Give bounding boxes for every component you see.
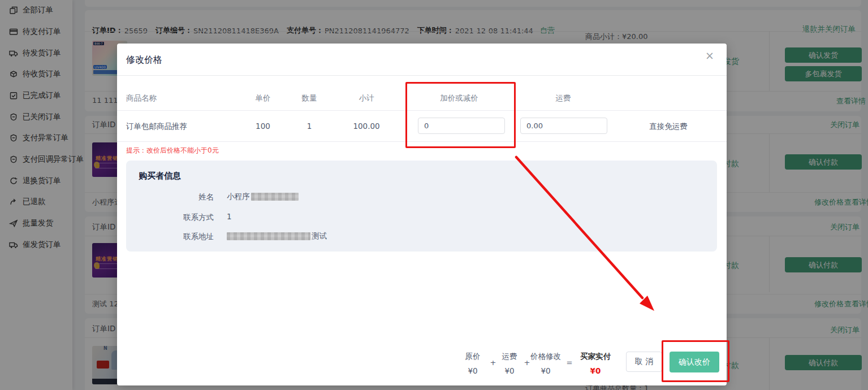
free-shipping-option[interactable]: 直接免运费 bbox=[649, 122, 688, 132]
col-header-product-name: 商品名称 bbox=[126, 93, 157, 103]
confirm-price-change-button[interactable]: 确认改价 bbox=[670, 352, 719, 372]
cell-qty: 1 bbox=[307, 122, 312, 131]
equals-sign: = bbox=[567, 358, 573, 367]
buyer-name-text: 小程序 bbox=[227, 192, 250, 202]
col-header-freight: 运费 bbox=[556, 93, 571, 103]
buyer-address-value: 测试 bbox=[227, 231, 327, 241]
summary-adjust-label: 价格修改 bbox=[526, 352, 565, 362]
summary-shipping: 运费¥0 bbox=[490, 352, 529, 375]
buyer-info-panel: 购买者信息 姓名 小程序 联系方式 1 联系地址 测试 bbox=[126, 161, 717, 252]
buyer-contact-label: 联系方式 bbox=[149, 213, 214, 223]
buyer-address-suffix: 测试 bbox=[312, 231, 327, 241]
freight-input[interactable] bbox=[520, 118, 607, 134]
buyer-info-title: 购买者信息 bbox=[139, 171, 181, 181]
summary-original: 原价¥0 bbox=[453, 352, 493, 375]
col-header-qty: 数量 bbox=[302, 93, 317, 103]
summary-shipping-value: ¥0 bbox=[490, 366, 529, 375]
adjust-price-input[interactable] bbox=[418, 118, 505, 134]
col-header-subtotal: 小计 bbox=[359, 93, 374, 103]
summary-pay-value: ¥0 bbox=[576, 366, 615, 375]
modify-price-dialog: 修改价格 × 商品名称 单价 数量 小计 加价或减价 运费 订单包邮商品推荐 1… bbox=[117, 44, 727, 385]
summary-original-label: 原价 bbox=[453, 352, 493, 362]
buyer-contact-text: 1 bbox=[227, 212, 232, 221]
summary-buyer-pay: 买家实付¥0 bbox=[576, 352, 615, 375]
buyer-address-label: 联系地址 bbox=[149, 232, 214, 242]
summary-original-value: ¥0 bbox=[453, 366, 493, 375]
cancel-button[interactable]: 取 消 bbox=[626, 352, 662, 372]
summary-shipping-label: 运费 bbox=[490, 352, 529, 362]
buyer-name-value: 小程序 bbox=[227, 192, 299, 202]
cell-subtotal: 100.00 bbox=[353, 122, 379, 131]
price-tip-text: 提示：改价后价格不能小于0元 bbox=[126, 146, 219, 155]
close-icon[interactable]: × bbox=[705, 50, 714, 61]
buyer-contact-value: 1 bbox=[227, 212, 232, 221]
summary-pay-label: 买家实付 bbox=[576, 352, 615, 362]
buyer-name-label: 姓名 bbox=[149, 192, 214, 202]
dialog-title: 修改价格 bbox=[126, 54, 162, 66]
redacted-block bbox=[227, 232, 310, 240]
col-header-unit-price: 单价 bbox=[256, 93, 271, 103]
redacted-block bbox=[251, 193, 299, 201]
order-admin-app: 订单ID：25659 订单编号：SN21120811418E369A 支付单号：… bbox=[0, 0, 868, 390]
summary-adjust: 价格修改¥0 bbox=[526, 352, 565, 375]
cell-product-name: 订单包邮商品推荐 bbox=[126, 122, 187, 132]
col-header-adjust: 加价或减价 bbox=[440, 93, 478, 103]
summary-adjust-value: ¥0 bbox=[526, 366, 565, 375]
cell-unit-price: 100 bbox=[256, 122, 270, 131]
